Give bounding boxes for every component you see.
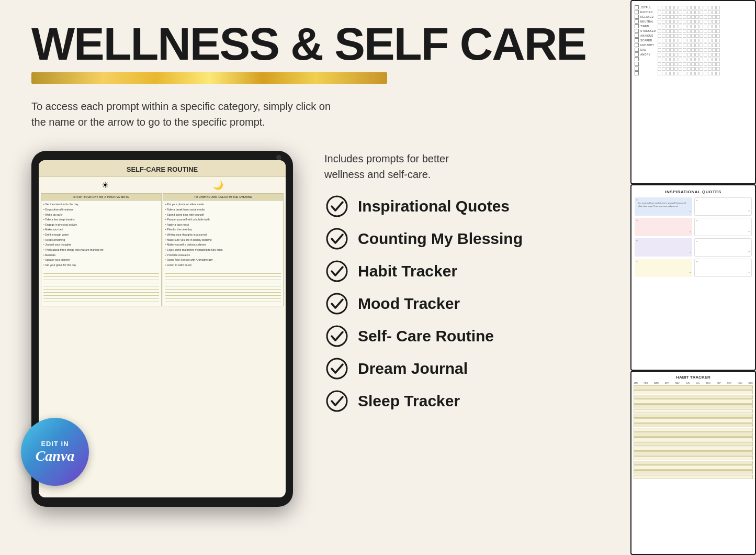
habit-grid-row — [634, 423, 753, 427]
svg-point-6 — [327, 391, 347, 411]
mood-row: JOYFUL — [635, 5, 752, 9]
habit-tracker-title: HABIT TRACKER — [634, 375, 753, 380]
mood-row: ANGRY — [635, 52, 752, 57]
habit-grid-row — [634, 465, 753, 470]
quote-box-white-2 — [694, 218, 752, 236]
quote-text — [637, 220, 690, 224]
habit-grid-row — [634, 447, 753, 451]
habit-grid-row — [634, 428, 753, 432]
month-jul: JUL — [696, 382, 700, 384]
feature-counting-blessing: Counting My Blessing — [324, 226, 610, 251]
evening-col: TO UNWIND AND RELAX IN THE EVENING Put y… — [163, 193, 284, 306]
routine-item: Journal your thoughts — [43, 242, 159, 248]
routine-item: Make yourself a delicious dinner — [165, 242, 281, 248]
habit-grid-row — [634, 399, 753, 404]
check-icon-4 — [324, 291, 349, 316]
mood-row: STRESSED — [635, 29, 752, 33]
checkmark-svg-7 — [325, 390, 348, 413]
bottom-row: SELF-CARE ROUTINE ☀ 🌙 START YOUR DAY ON … — [31, 146, 610, 534]
routine-icons: ☀ 🌙 — [39, 177, 286, 193]
checkmark-svg — [325, 195, 348, 218]
month-feb: FEB — [644, 382, 648, 384]
habit-grid-row — [634, 395, 753, 399]
right-panels: JOYFUL EXCITED RELAXED — [630, 0, 756, 555]
mood-checkbox — [635, 34, 639, 38]
mood-checkbox — [635, 10, 639, 14]
feature-label-mood: Mood Tracker — [358, 295, 460, 313]
mood-checkbox — [635, 29, 639, 33]
mood-label: JOYFUL — [640, 6, 656, 9]
canva-badge[interactable]: EDIT IN Canva — [21, 418, 89, 486]
quote-text — [697, 200, 749, 204]
routine-item: Apply a face mask — [165, 223, 281, 228]
check-icon-5 — [324, 324, 349, 349]
routine-item: Make your bed — [43, 227, 159, 232]
feature-label-blessing: Counting My Blessing — [358, 230, 523, 248]
quote-text: You must not lose confidence in yourself… — [637, 199, 690, 209]
month-aug: AUG — [706, 382, 710, 384]
habit-grid-row — [634, 404, 753, 408]
moon-icon: 🌙 — [213, 180, 223, 190]
quotes-panel: INSPIRATIONAL QUOTES You must not lose c… — [630, 184, 756, 371]
routine-item: Put your phone on silent mode — [165, 202, 281, 207]
quote-box-pink — [635, 218, 692, 236]
habit-grid-row — [634, 390, 753, 394]
habit-grid-row — [634, 432, 753, 437]
feature-label-habit: Habit Tracker — [358, 262, 457, 280]
gold-bar — [31, 72, 387, 84]
morning-lines — [41, 270, 161, 306]
month-apr: APR — [665, 382, 669, 384]
routine-item: Set the intention for the day — [43, 202, 159, 207]
feature-label-dream: Dream Journal — [358, 360, 468, 378]
quote-box-blue: You must not lose confidence in yourself… — [635, 197, 692, 216]
routine-item: Spend some time with yourself — [165, 212, 281, 217]
mood-checkbox — [635, 19, 639, 24]
mood-label: SCARED — [640, 39, 656, 42]
svg-point-4 — [327, 326, 347, 346]
habit-grid-row — [634, 437, 753, 441]
feature-selfcare-routine: Self- Care Routine — [324, 324, 610, 349]
habit-tracker-panel: HABIT TRACKER JAN FEB MAR APR MAY JUN JU… — [630, 371, 756, 555]
quote-text — [637, 261, 690, 265]
month-oct: OCT — [727, 382, 731, 384]
canva-logo-text: Canva — [36, 448, 75, 464]
checkmark-svg-3 — [325, 260, 348, 283]
month-jun: JUN — [686, 382, 690, 384]
quote-text — [697, 220, 749, 225]
tablet-camera — [276, 155, 281, 160]
feature-inspirational-quotes: Inspirational Quotes — [324, 194, 610, 219]
routine-item: Read something — [43, 238, 159, 243]
month-dec: DEC — [749, 382, 753, 384]
quote-text — [697, 241, 749, 245]
checkmark-svg-4 — [325, 292, 348, 315]
mood-row: RELAXED — [635, 15, 752, 19]
feature-label-sleep: Sleep Tracker — [358, 392, 460, 410]
routine-item: Engage in physical activity — [43, 223, 159, 228]
habit-grid-row — [634, 475, 753, 479]
feature-mood-tracker: Mood Tracker — [324, 291, 610, 316]
mood-row: EXCITED — [635, 10, 752, 14]
mood-checkbox — [635, 15, 639, 19]
month-may: MAY — [675, 382, 680, 384]
month-nov: NOV — [738, 382, 742, 384]
routine-columns: START YOUR DAY ON A POSITIVE NOTE Set th… — [39, 193, 286, 306]
mood-row — [635, 57, 752, 61]
habit-grid-row — [634, 414, 753, 418]
quote-text — [637, 240, 690, 245]
month-sep: SEP — [717, 382, 721, 384]
subtitle-text: To access each prompt within a specific … — [31, 98, 387, 130]
feature-sleep-tracker: Sleep Tracker — [324, 389, 610, 414]
check-icon-3 — [324, 259, 349, 284]
mood-label: ANXIOUS — [640, 34, 656, 37]
mood-label: SAD — [640, 48, 656, 51]
routine-item: Take a few deep breaths — [43, 217, 159, 223]
main-container: WELLNESS & SELF CARE To access each prom… — [0, 0, 756, 555]
mood-checkbox — [635, 57, 639, 61]
routine-item: Think about three things that you are th… — [43, 248, 159, 253]
mood-checkbox — [635, 24, 639, 28]
checkmark-svg-5 — [325, 325, 348, 348]
quote-box-white-3 — [694, 238, 752, 257]
routine-item: Meditate — [43, 253, 159, 258]
svg-point-5 — [327, 359, 347, 379]
quote-box-lavender — [635, 238, 692, 257]
